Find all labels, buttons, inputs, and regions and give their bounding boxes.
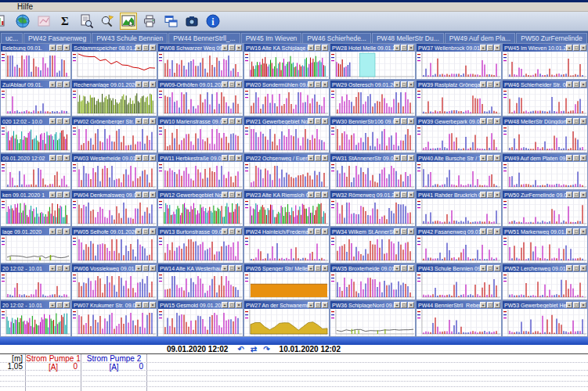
window-minimize-button[interactable]: +	[135, 192, 142, 198]
window-minimize-button[interactable]: +	[222, 81, 228, 88]
window-close-button[interactable]: ×	[580, 118, 586, 124]
window-close-button[interactable]: ×	[408, 45, 414, 51]
window-restore-button[interactable]: □	[142, 302, 149, 308]
window-minimize-button[interactable]: +	[308, 118, 314, 124]
window-restore-button[interactable]: □	[229, 228, 235, 235]
window-titlebar[interactable]: PW30 BennierStr106 09.01.20+□×	[330, 117, 415, 125]
window-close-button[interactable]: ×	[408, 265, 414, 271]
window-close-button[interactable]: ×	[63, 45, 70, 51]
window-close-button[interactable]: ×	[580, 155, 586, 161]
tab-pw48-mellerstr-du-[interactable]: PW48 MellerStr Du...	[372, 33, 444, 43]
window-minimize-button[interactable]: +	[566, 302, 572, 308]
window-close-button[interactable]: ×	[322, 155, 328, 161]
window-close-button[interactable]: ×	[150, 118, 156, 124]
window-minimize-button[interactable]: +	[566, 118, 572, 124]
window-close-button[interactable]: ×	[150, 192, 156, 198]
window-minimize-button[interactable]: +	[394, 265, 400, 271]
window-minimize-button[interactable]: +	[566, 228, 572, 235]
trend-icon[interactable]	[120, 13, 137, 30]
window-minimize-button[interactable]: +	[394, 228, 400, 235]
window-close-button[interactable]: ×	[494, 155, 500, 161]
window-close-button[interactable]: ×	[494, 192, 500, 198]
window-close-button[interactable]: ×	[322, 118, 328, 124]
window-restore-button[interactable]: □	[573, 265, 579, 271]
window-minimize-button[interactable]: +	[566, 192, 572, 198]
globe-icon[interactable]	[14, 13, 31, 30]
window-close-button[interactable]: ×	[580, 45, 586, 51]
window-titlebar[interactable]: Rechenanlage 09.01.2020 12:+□×	[72, 81, 157, 88]
window-close-button[interactable]: ×	[322, 81, 328, 88]
window-restore-button[interactable]: □	[56, 228, 63, 235]
window-minimize-button[interactable]: +	[480, 302, 486, 308]
window-titlebar[interactable]: PW06 Vossiekweg 09.01.2020+□×	[72, 264, 157, 272]
window-restore-button[interactable]: □	[401, 118, 407, 124]
window-titlebar[interactable]: PW04 Denkmalsweg 09.01.20+□×	[72, 191, 157, 199]
window-minimize-button[interactable]: +	[49, 118, 56, 124]
window-restore-button[interactable]: □	[401, 228, 407, 235]
tab-uc-[interactable]: uc...	[1, 33, 23, 43]
window-close-button[interactable]: ×	[322, 302, 328, 308]
window-minimize-button[interactable]: +	[222, 192, 228, 198]
window-titlebar[interactable]: PW26 Spenger Str/ Meller Str+□×	[244, 264, 329, 272]
window-titlebar[interactable]: 020 12:02 - 10.0+□×	[1, 117, 70, 125]
window-titlebar[interactable]: PW46 Schierheider Str. 09.01+□×	[503, 81, 587, 88]
window-restore-button[interactable]: □	[573, 155, 579, 161]
chart-wizard-icon[interactable]	[35, 13, 52, 30]
window-titlebar[interactable]: PW12 Gewerbegebiet Nordlan+□×	[158, 191, 243, 199]
window-restore-button[interactable]: □	[142, 192, 149, 198]
window-minimize-button[interactable]: +	[308, 265, 314, 271]
window-restore-button[interactable]: □	[487, 118, 493, 124]
window-close-button[interactable]: ×	[494, 118, 500, 124]
print-icon[interactable]	[141, 13, 158, 30]
window-close-button[interactable]: ×	[494, 45, 500, 51]
tab-pw49-auf-dem-pla-[interactable]: PW49 Auf dem Pla...	[445, 33, 515, 43]
window-close-button[interactable]: ×	[63, 302, 70, 308]
window-titlebar[interactable]: PW24 Hainteich/Fredemansk+□×	[244, 228, 329, 235]
window-restore-button[interactable]: □	[229, 155, 235, 161]
window-restore-button[interactable]: □	[315, 302, 321, 308]
window-titlebar[interactable]: PW39 Gewerbepark 09.01.202+□×	[417, 117, 501, 125]
window-titlebar[interactable]: PW31 StAnnenerStr 09.01.20+□×	[330, 154, 415, 162]
tab-pw46-schierhede-[interactable]: PW46 Schierhede...	[302, 33, 371, 43]
window-close-button[interactable]: ×	[236, 155, 242, 161]
window-titlebar[interactable]: Zu/Ablauf 09.01.+□×	[1, 81, 70, 88]
window-close-button[interactable]: ×	[63, 192, 70, 198]
window-minimize-button[interactable]: +	[135, 302, 142, 308]
window-titlebar[interactable]: lage 09.01.2020+□×	[1, 228, 70, 235]
window-restore-button[interactable]: □	[142, 228, 149, 235]
window-restore-button[interactable]: □	[315, 192, 321, 198]
window-close-button[interactable]: ×	[322, 45, 328, 51]
window-restore-button[interactable]: □	[487, 45, 493, 51]
cascade-windows-icon[interactable]	[162, 13, 179, 30]
window-titlebar[interactable]: PW35 Broxterheide 09.01.202+□×	[330, 264, 415, 272]
info-icon[interactable]: i	[204, 13, 222, 30]
window-restore-button[interactable]: □	[487, 81, 493, 88]
window-minimize-button[interactable]: +	[394, 192, 400, 198]
window-close-button[interactable]: ×	[236, 81, 242, 88]
tab-pw43-schule-bennien[interactable]: PW43 Schule Bennien	[92, 33, 168, 43]
window-restore-button[interactable]: □	[573, 302, 579, 308]
window-titlebar[interactable]: PW16 Alte KA Schiplage 09+□×	[244, 44, 329, 52]
window-restore-button[interactable]: □	[56, 302, 63, 308]
window-minimize-button[interactable]: +	[135, 228, 142, 235]
window-restore-button[interactable]: □	[487, 228, 493, 235]
window-titlebar[interactable]: PW05 Selhofe 09.01.2020 12:+□×	[72, 228, 157, 235]
window-close-button[interactable]: ×	[408, 228, 414, 235]
window-close-button[interactable]: ×	[494, 265, 500, 271]
window-restore-button[interactable]: □	[401, 81, 407, 88]
window-minimize-button[interactable]: +	[49, 45, 56, 51]
window-titlebar[interactable]: PW32 Römerweg 09.01.2020+□×	[330, 191, 415, 199]
window-restore-button[interactable]: □	[573, 228, 579, 235]
window-minimize-button[interactable]: +	[394, 118, 400, 124]
window-close-button[interactable]: ×	[150, 302, 156, 308]
window-restore-button[interactable]: □	[487, 265, 493, 271]
window-titlebar[interactable]: PW07 Krukumer Str. 09.01.20+□×	[72, 301, 157, 309]
scroll-range-icon[interactable]: ⇄	[251, 345, 257, 353]
window-restore-button[interactable]: □	[573, 192, 579, 198]
window-restore-button[interactable]: □	[56, 155, 63, 161]
window-titlebar[interactable]: PW02 Grönenberger Str. 09.0+□×	[72, 117, 157, 125]
window-close-button[interactable]: ×	[63, 81, 70, 88]
window-restore-button[interactable]: □	[487, 155, 493, 161]
window-titlebar[interactable]: PW28 Hotel Melle 09.01.2020+□×	[330, 44, 415, 52]
window-titlebar[interactable]: PW53 Gewerbegebiet Herrent+□×	[503, 301, 587, 309]
